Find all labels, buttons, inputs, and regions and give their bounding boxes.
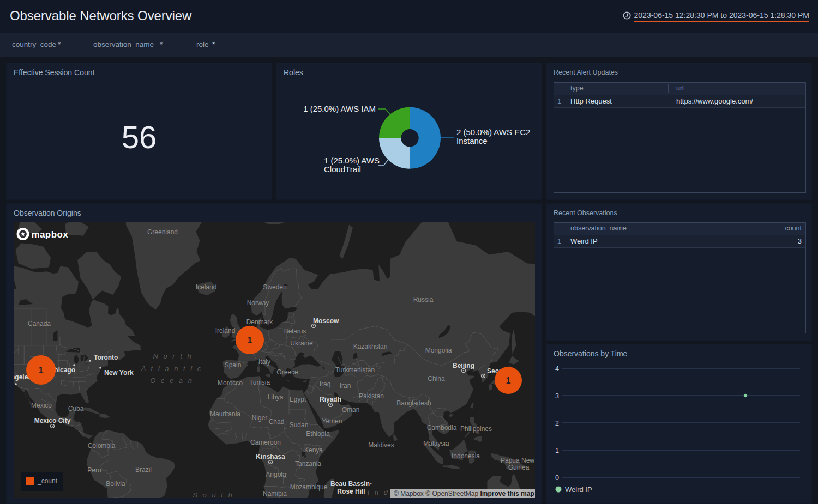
svg-text:Yemen: Yemen: [322, 417, 342, 425]
svg-text:Kenya: Kenya: [304, 446, 323, 454]
svg-text:1 (25.0%) AWSCloudTrail: 1 (25.0%) AWSCloudTrail: [324, 156, 380, 174]
svg-text:Tunisia: Tunisia: [249, 379, 270, 386]
svg-text:Ukraine: Ukraine: [290, 339, 313, 347]
svg-text:Denmark: Denmark: [246, 318, 274, 326]
svg-text:Toronto: Toronto: [94, 354, 118, 361]
svg-text:O c e a n: O c e a n: [150, 377, 194, 385]
svg-text:S o u t h: S o u t h: [193, 491, 233, 498]
svg-text:Riyadh: Riyadh: [320, 396, 341, 403]
svg-text:1: 1: [39, 366, 44, 375]
svg-text:Morocco: Morocco: [218, 379, 243, 387]
svg-text:Sudan: Sudan: [290, 421, 309, 429]
svg-text:1 (25.0%) AWS IAM: 1 (25.0%) AWS IAM: [303, 104, 376, 113]
svg-text:China: China: [428, 375, 445, 382]
svg-text:Papua New: Papua New: [501, 457, 534, 464]
svg-text:1: 1: [248, 336, 252, 345]
svg-text:Spain: Spain: [225, 361, 242, 369]
svg-text:Mexico City: Mexico City: [34, 417, 71, 424]
svg-text:Namibia: Namibia: [263, 490, 287, 497]
svg-text:Angola: Angola: [266, 471, 286, 478]
svg-text:Rose Hill: Rose Hill: [337, 488, 365, 495]
svg-text:4: 4: [555, 365, 559, 373]
svg-text:Iraq: Iraq: [320, 380, 331, 388]
svg-text:N o r t h: N o r t h: [153, 352, 193, 360]
svg-text:1: 1: [555, 447, 559, 454]
svg-text:Mozambique: Mozambique: [290, 483, 328, 491]
svg-text:3: 3: [555, 392, 559, 400]
svg-text:Greenland: Greenland: [147, 228, 178, 236]
svg-text:Colombia: Colombia: [88, 442, 116, 450]
svg-text:Malaysia: Malaysia: [423, 440, 449, 447]
svg-text:Norway: Norway: [247, 299, 269, 307]
svg-text:Mongolia: Mongolia: [425, 347, 452, 354]
svg-text:Ireland: Ireland: [215, 327, 236, 335]
svg-text:Maldives: Maldives: [368, 441, 394, 449]
svg-text:Tanzania: Tanzania: [295, 460, 321, 467]
svg-text:2 (50.0%) AWS EC2Instance: 2 (50.0%) AWS EC2Instance: [456, 127, 530, 145]
svg-text:Egypt: Egypt: [290, 396, 306, 403]
svg-text:Greece: Greece: [276, 368, 298, 376]
svg-text:Canada: Canada: [28, 320, 51, 327]
svg-text:Sweden: Sweden: [263, 283, 286, 291]
svg-text:0: 0: [555, 474, 559, 482]
svg-text:Russia: Russia: [413, 296, 434, 303]
svg-text:Libya: Libya: [268, 393, 284, 401]
svg-text:Cameroon: Cameroon: [250, 439, 281, 446]
svg-text:Kinshasa: Kinshasa: [256, 453, 285, 460]
svg-text:Pakistan: Pakistan: [359, 392, 384, 400]
svg-text:Cuba: Cuba: [68, 405, 84, 412]
svg-text:Niger: Niger: [252, 414, 268, 422]
svg-text:Belarus: Belarus: [284, 327, 306, 335]
svg-text:_count: _count: [37, 477, 58, 485]
svg-text:Kazakhstan: Kazakhstan: [353, 343, 388, 350]
svg-text:Guinea: Guinea: [508, 464, 530, 471]
svg-text:Philippines: Philippines: [460, 425, 492, 433]
svg-text:Weird IP: Weird IP: [565, 485, 592, 494]
svg-text:Iran: Iran: [340, 382, 351, 390]
svg-text:Beijing: Beijing: [453, 362, 474, 369]
svg-text:Cambodia: Cambodia: [427, 424, 457, 432]
svg-text:Mexico: Mexico: [31, 402, 52, 409]
svg-text:© Mapbox © OpenStreetMap Impro: © Mapbox © OpenStreetMap Improve this ma…: [394, 490, 534, 497]
svg-text:Bangladesh: Bangladesh: [396, 399, 431, 407]
svg-text:2: 2: [555, 420, 559, 427]
svg-text:Turkmenistan: Turkmenistan: [335, 366, 375, 374]
svg-text:Iceland: Iceland: [196, 283, 217, 291]
svg-text:Indonesia: Indonesia: [452, 452, 480, 460]
svg-text:Ethiopia: Ethiopia: [306, 430, 330, 438]
svg-text:New York: New York: [104, 369, 134, 377]
svg-text:1: 1: [506, 376, 511, 385]
svg-text:Oman: Oman: [342, 406, 360, 414]
svg-text:Mauritania: Mauritania: [210, 410, 240, 418]
svg-text:Beau Bassin-: Beau Bassin-: [330, 480, 372, 488]
svg-text:Brazil: Brazil: [135, 466, 152, 473]
svg-text:Chad: Chad: [269, 418, 285, 426]
svg-text:Peru: Peru: [87, 466, 101, 474]
svg-text:Moscow: Moscow: [313, 317, 339, 325]
svg-text:Bolivia: Bolivia: [106, 480, 125, 488]
svg-text:Italy: Italy: [258, 358, 270, 366]
svg-text:mapbox: mapbox: [32, 229, 69, 240]
svg-text:A t l a n t i c: A t l a n t i c: [141, 365, 202, 373]
